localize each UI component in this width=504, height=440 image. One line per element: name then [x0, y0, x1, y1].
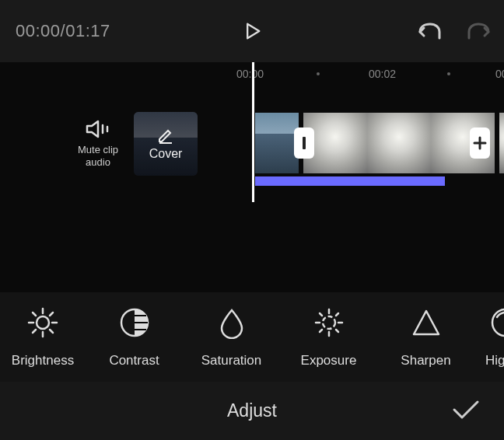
adjust-options[interactable]: Brightness Contrast Saturation Exposure: [0, 292, 504, 382]
panel-title: Adjust: [227, 400, 277, 421]
svg-line-26: [336, 313, 338, 316]
clip-thumbnail[interactable]: [255, 113, 299, 173]
ruler-dot: [447, 72, 450, 75]
confirm-button[interactable]: [451, 399, 481, 424]
cover-label: Cover: [149, 147, 183, 161]
sharpen-icon: [410, 306, 443, 339]
svg-line-13: [50, 313, 53, 316]
brightness-icon: [26, 306, 59, 339]
adjust-saturation[interactable]: Saturation: [183, 306, 280, 368]
adjust-contrast[interactable]: Contrast: [86, 306, 183, 368]
contrast-icon: [118, 306, 151, 339]
highlight-icon: [489, 306, 504, 339]
adjust-label: Exposure: [301, 353, 357, 368]
check-icon: [451, 399, 481, 421]
clip-thumbnail[interactable]: [499, 113, 504, 173]
svg-line-12: [50, 330, 53, 333]
adjust-brightness[interactable]: Brightness: [0, 306, 86, 368]
playhead[interactable]: [252, 62, 254, 202]
redo-button[interactable]: [465, 17, 493, 45]
timecode: 00:00/01:17: [16, 21, 110, 41]
undo-button[interactable]: [415, 17, 443, 45]
svg-point-19: [323, 316, 335, 329]
timeline[interactable]: Mute clip audio Cover: [0, 86, 504, 202]
plus-icon: [473, 136, 487, 150]
adjust-label: Saturation: [201, 353, 262, 368]
ruler-dot: [317, 72, 320, 75]
svg-line-11: [33, 313, 36, 316]
edit-icon: [157, 127, 174, 144]
mute-clip-button[interactable]: Mute clip audio: [78, 119, 118, 168]
undo-icon: [417, 21, 442, 41]
svg-line-24: [320, 313, 322, 316]
handle-icon: [301, 135, 307, 151]
play-button[interactable]: [236, 16, 268, 47]
adjust-exposure[interactable]: Exposure: [280, 306, 377, 368]
adjust-label: Brightness: [12, 353, 74, 368]
bottom-bar: Adjust: [0, 382, 504, 440]
add-clip-button[interactable]: [470, 127, 490, 159]
svg-point-6: [37, 316, 49, 329]
adjust-highlight[interactable]: Highlig: [474, 306, 504, 368]
svg-line-27: [320, 330, 322, 332]
play-icon: [241, 20, 263, 42]
clip-track[interactable]: [255, 113, 504, 173]
saturation-icon: [215, 306, 248, 339]
timeline-tools: Mute clip audio Cover: [0, 112, 198, 176]
mute-label: Mute clip audio: [78, 144, 118, 168]
ruler-tick: 00:00: [236, 68, 264, 80]
adjust-sharpen[interactable]: Sharpen: [377, 306, 474, 368]
audio-track[interactable]: [255, 176, 445, 186]
ruler-tick: 00:02: [369, 68, 396, 80]
top-toolbar: 00:00/01:17: [0, 0, 504, 62]
cover-button[interactable]: Cover: [134, 112, 198, 176]
svg-line-14: [33, 330, 36, 333]
speaker-icon: [86, 119, 110, 139]
clip-handle-left[interactable]: [294, 127, 314, 159]
svg-rect-3: [303, 137, 306, 149]
exposure-icon: [313, 306, 345, 339]
clip-thumbnail[interactable]: [367, 113, 431, 173]
history-controls: [415, 17, 493, 45]
adjust-label: Highlig: [485, 353, 504, 368]
redo-icon: [467, 21, 492, 41]
adjust-label: Sharpen: [401, 353, 450, 368]
adjust-label: Contrast: [109, 353, 159, 368]
ruler-tick: 00: [495, 68, 504, 80]
svg-line-25: [336, 330, 338, 332]
